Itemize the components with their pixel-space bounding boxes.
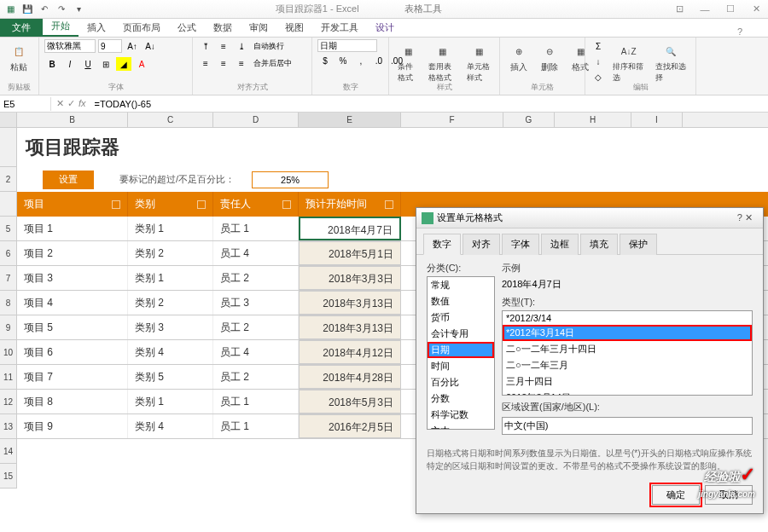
cell-category[interactable]: 类别 2 — [128, 241, 213, 265]
cell-owner[interactable]: 员工 1 — [213, 414, 299, 438]
dlg-tab-border[interactable]: 边框 — [541, 234, 579, 255]
table-format-button[interactable]: ▦套用表格格式 — [425, 39, 460, 85]
underline-button[interactable]: U — [80, 57, 96, 71]
cell-date[interactable]: 2018年3月13日 — [299, 315, 401, 339]
cell-owner[interactable]: 员工 2 — [213, 315, 299, 339]
th-date[interactable]: 预计开始时间 — [299, 192, 401, 217]
cell-project[interactable]: 项目 6 — [17, 340, 128, 364]
cell-owner[interactable]: 员工 1 — [213, 217, 299, 240]
cell-date[interactable]: 2018年3月13日 — [299, 291, 401, 315]
type-item[interactable]: *2012年3月14日 — [503, 325, 752, 341]
dlg-tab-font[interactable]: 字体 — [502, 234, 539, 255]
cell-date[interactable]: 2018年5月3日 — [299, 390, 401, 413]
row-header-10[interactable]: 10 — [0, 340, 17, 365]
ribbon-options-icon[interactable]: ⊡ — [671, 3, 688, 16]
cell-date[interactable]: 2018年5月1日 — [299, 241, 401, 265]
category-item[interactable]: 分数 — [428, 390, 494, 407]
autosum-icon[interactable]: Σ — [591, 39, 606, 53]
border-button[interactable]: ⊞ — [98, 57, 113, 71]
undo-icon[interactable]: ↶ — [38, 3, 51, 16]
tab-data[interactable]: 数据 — [205, 19, 241, 37]
align-middle-icon[interactable]: ≡ — [216, 39, 231, 53]
cell-project[interactable]: 项目 5 — [17, 315, 128, 339]
fill-icon[interactable]: ↓ — [591, 55, 606, 68]
col-header-c[interactable]: C — [128, 113, 213, 127]
cell-project[interactable]: 项目 4 — [17, 291, 128, 315]
align-bottom-icon[interactable]: ⤓ — [234, 39, 249, 53]
comma-icon[interactable]: , — [353, 54, 369, 67]
filter-icon[interactable] — [197, 200, 206, 209]
fx-icon[interactable]: fx — [79, 98, 86, 109]
tab-design[interactable]: 设计 — [367, 19, 403, 37]
cell-owner[interactable]: 员工 3 — [213, 291, 299, 315]
row-header-15[interactable]: 15 — [0, 464, 17, 489]
col-header-f[interactable]: F — [401, 113, 503, 127]
fill-color-button[interactable]: ◢ — [116, 57, 131, 71]
cell-category[interactable]: 类别 3 — [128, 315, 213, 339]
filter-icon[interactable] — [385, 200, 393, 209]
type-item[interactable]: 三月十四日 — [503, 373, 752, 390]
bold-button[interactable]: B — [44, 57, 60, 71]
font-family-select[interactable] — [44, 39, 96, 53]
cell-owner[interactable]: 员工 4 — [213, 340, 299, 364]
row-header-1[interactable] — [0, 128, 17, 167]
sheet-title[interactable]: 项目跟踪器 — [17, 128, 768, 167]
dialog-close-icon[interactable]: ? ✕ — [732, 212, 758, 223]
cell-date[interactable]: 2018年4月12日 — [299, 340, 401, 364]
row-header-14[interactable]: 14 — [0, 439, 17, 464]
insert-cells-button[interactable]: ⊕插入 — [505, 39, 532, 75]
filter-icon[interactable] — [282, 200, 291, 209]
wrap-text-button[interactable]: 自动换行 — [252, 39, 286, 53]
category-item[interactable]: 货币 — [428, 309, 494, 326]
category-item[interactable]: 会计专用 — [428, 326, 494, 342]
number-format-select[interactable] — [317, 39, 377, 52]
tab-layout[interactable]: 页面布局 — [114, 19, 169, 37]
type-listbox[interactable]: *2012/3/14*2012年3月14日二○一二年三月十四日二○一二年三月三月… — [502, 310, 753, 396]
th-project[interactable]: 项目 — [17, 192, 128, 217]
cell-date[interactable]: 2018年3月3日 — [299, 266, 401, 290]
cell-owner[interactable]: 员工 4 — [213, 241, 299, 265]
cell-project[interactable]: 项目 9 — [17, 414, 128, 438]
align-left-icon[interactable]: ≡ — [198, 56, 213, 70]
row-header-11[interactable]: 11 — [0, 365, 17, 390]
tab-insert[interactable]: 插入 — [79, 19, 114, 37]
dlg-tab-align[interactable]: 对齐 — [463, 234, 500, 255]
formula-input[interactable] — [91, 97, 768, 111]
cell-date[interactable]: 2016年2月5日 — [299, 414, 401, 438]
category-item[interactable]: 百分比 — [428, 374, 494, 390]
category-listbox[interactable]: 常规数值货币会计专用日期时间百分比分数科学记数文本特殊自定义 — [427, 276, 495, 430]
category-item[interactable]: 数值 — [428, 293, 494, 309]
help-icon[interactable]: ? — [737, 26, 742, 37]
dlg-tab-fill[interactable]: 填充 — [580, 234, 618, 255]
cell-category[interactable]: 类别 4 — [128, 340, 213, 364]
th-owner[interactable]: 责任人 — [213, 192, 299, 217]
row-header-9[interactable]: 9 — [0, 315, 17, 340]
paste-button[interactable]: 📋 粘贴 — [5, 39, 32, 75]
cell-date[interactable]: 2018年4月7日 — [299, 217, 401, 240]
find-select-button[interactable]: 🔍查找和选择 — [652, 39, 691, 85]
select-all-corner[interactable] — [0, 113, 17, 127]
category-item[interactable]: 常规 — [428, 277, 494, 293]
align-top-icon[interactable]: ⤒ — [198, 39, 213, 53]
delete-cells-button[interactable]: ⊖删除 — [536, 39, 563, 75]
th-category[interactable]: 类别 — [128, 192, 213, 217]
name-box[interactable]: E5 — [0, 97, 51, 111]
cell-project[interactable]: 项目 2 — [17, 241, 128, 265]
cancel-formula-icon[interactable]: ✕ — [56, 98, 64, 109]
col-header-h[interactable]: H — [555, 113, 631, 127]
settings-button[interactable]: 设置 — [43, 171, 94, 189]
percent-icon[interactable]: % — [335, 54, 351, 67]
filter-icon[interactable] — [112, 200, 120, 209]
row-header-2[interactable]: 2 — [0, 167, 17, 192]
cell-owner[interactable]: 员工 2 — [213, 266, 299, 290]
tab-view[interactable]: 视图 — [276, 19, 312, 37]
dlg-tab-number[interactable]: 数字 — [423, 234, 461, 255]
dialog-titlebar[interactable]: 设置单元格格式 ? ✕ — [416, 208, 763, 228]
category-item[interactable]: 日期 — [428, 342, 494, 358]
merge-button[interactable]: 合并后居中 — [252, 56, 294, 70]
tab-file[interactable]: 文件 — [0, 19, 43, 37]
type-item[interactable]: *2012/3/14 — [503, 311, 752, 325]
col-header-d[interactable]: D — [213, 113, 299, 127]
align-right-icon[interactable]: ≡ — [234, 56, 249, 70]
conditional-format-button[interactable]: ▦条件格式 — [394, 39, 422, 85]
